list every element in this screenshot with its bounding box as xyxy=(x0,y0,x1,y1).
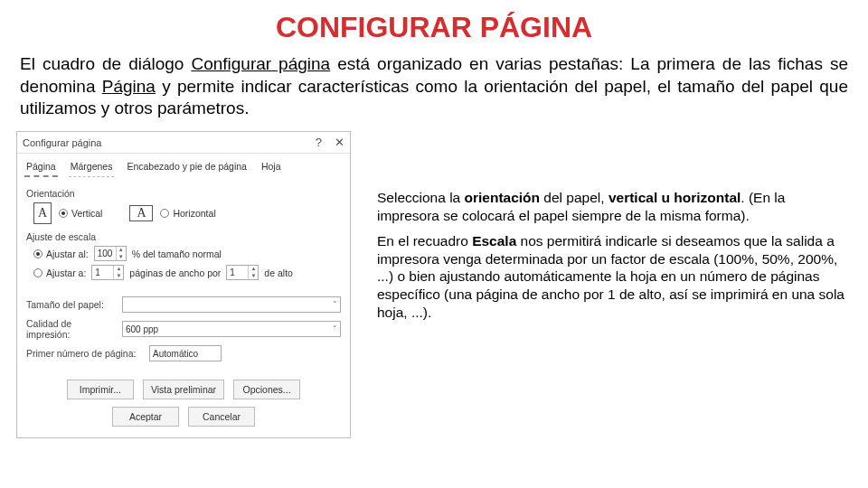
spinner-down-icon[interactable]: ▼ xyxy=(117,254,126,261)
tab-margenes[interactable]: Márgenes xyxy=(69,159,115,177)
radio-icon xyxy=(59,209,68,218)
dialog-titlebar: Configurar página ? ✕ xyxy=(17,132,350,154)
spinner-up-icon[interactable]: ▲ xyxy=(117,247,126,254)
side-text: Selecciona la xyxy=(377,190,465,205)
side-p1: Selecciona la orientación del papel, ver… xyxy=(377,189,848,225)
scale-label: Ajuste de escala xyxy=(26,231,341,242)
dialog-tabs: Página Márgenes Encabezado y pie de pági… xyxy=(17,154,350,177)
spinner-up-icon[interactable]: ▲ xyxy=(249,266,258,273)
page-setup-dialog: Configurar página ? ✕ Página Márgenes En… xyxy=(16,131,351,438)
radio-vertical[interactable]: Vertical xyxy=(59,208,102,219)
print-quality-value: 600 ppp xyxy=(126,324,158,334)
print-quality-select[interactable]: 600 ppp ˅ xyxy=(122,321,341,337)
intro-term-pagina: Página xyxy=(102,77,156,96)
fit-to-label: Ajustar a: xyxy=(46,267,86,278)
intro-text: El cuadro de diálogo xyxy=(20,54,191,73)
spinner-down-icon[interactable]: ▼ xyxy=(114,273,123,280)
radio-adjust-to[interactable]: Ajustar al: xyxy=(33,249,89,259)
side-p2: En el recuadro Escala nos permitirá indi… xyxy=(377,232,848,322)
preview-button[interactable]: Vista preliminar xyxy=(143,380,224,399)
spinner-up-icon[interactable]: ▲ xyxy=(114,266,123,273)
radio-horizontal-label: Horizontal xyxy=(173,208,215,219)
help-button[interactable]: ? xyxy=(316,136,322,149)
fit-width-value: 1 xyxy=(92,267,113,277)
first-page-input[interactable]: Automático xyxy=(149,345,222,361)
adjust-to-label: Ajustar al: xyxy=(46,249,89,259)
adjust-percent-spinner[interactable]: 100 ▲▼ xyxy=(94,246,127,261)
close-button[interactable]: ✕ xyxy=(335,136,344,149)
intro-term-configurar: Configurar página xyxy=(191,54,330,73)
orientation-label: Orientación xyxy=(26,188,341,199)
options-button[interactable]: Opciones... xyxy=(233,380,300,399)
portrait-icon: A xyxy=(33,202,52,224)
chevron-down-icon: ˅ xyxy=(333,324,337,333)
radio-icon xyxy=(33,249,42,258)
tab-pagina[interactable]: Página xyxy=(24,159,58,177)
side-bold: Escala xyxy=(472,233,516,249)
fit-width-spinner[interactable]: 1 ▲▼ xyxy=(91,265,124,280)
side-bold: vertical u horizontal xyxy=(609,190,741,205)
adjust-suffix: % del tamaño normal xyxy=(132,249,222,259)
landscape-icon: A xyxy=(129,205,153,221)
fit-mid-label: páginas de ancho por xyxy=(129,267,221,278)
chevron-down-icon: ˅ xyxy=(333,300,337,309)
tab-encabezado[interactable]: Encabezado y pie de página xyxy=(125,159,249,177)
first-page-label: Primer número de página: xyxy=(26,348,144,359)
side-bold: orientación xyxy=(465,190,541,205)
paper-size-label: Tamaño del papel: xyxy=(26,299,117,310)
first-page-value: Automático xyxy=(153,349,198,359)
tab-hoja[interactable]: Hoja xyxy=(259,159,283,177)
radio-fit-to[interactable]: Ajustar a: xyxy=(33,267,86,278)
print-quality-label: Calidad de impresión: xyxy=(26,318,117,340)
dialog-title: Configurar página xyxy=(23,137,316,148)
radio-icon xyxy=(160,209,169,218)
radio-vertical-label: Vertical xyxy=(71,208,102,219)
fit-height-value: 1 xyxy=(227,267,248,277)
side-text: En el recuadro xyxy=(377,233,472,249)
side-explanation: Selecciona la orientación del papel, ver… xyxy=(364,131,868,438)
radio-horizontal[interactable]: Horizontal xyxy=(160,208,215,219)
spinner-down-icon[interactable]: ▼ xyxy=(249,273,258,280)
ok-button[interactable]: Aceptar xyxy=(112,407,179,427)
page-title: CONFIGURAR PÁGINA xyxy=(0,11,868,44)
print-button[interactable]: Imprimir... xyxy=(67,380,134,399)
cancel-button[interactable]: Cancelar xyxy=(188,407,255,427)
intro-paragraph: El cuadro de diálogo Configurar página e… xyxy=(20,53,848,120)
paper-size-select[interactable]: ˅ xyxy=(122,296,341,313)
fit-suffix: de alto xyxy=(264,267,293,278)
side-text: del papel, xyxy=(540,190,609,205)
adjust-percent-value: 100 xyxy=(95,249,116,258)
fit-height-spinner[interactable]: 1 ▲▼ xyxy=(226,265,259,280)
radio-icon xyxy=(33,268,42,277)
